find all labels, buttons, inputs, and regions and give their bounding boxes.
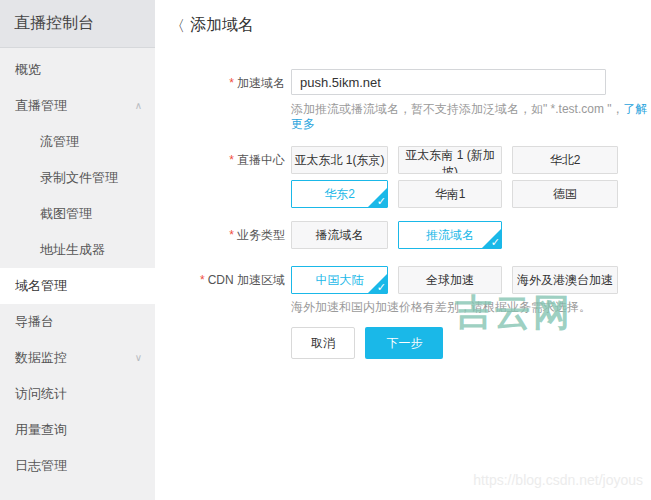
option-label: 亚太东南 1 (新加坡)	[405, 148, 494, 174]
sidebar-item-label: 概览	[15, 62, 41, 77]
field-label-text: 业务类型	[237, 228, 285, 242]
option-label: 亚太东北 1(东京)	[295, 153, 385, 167]
sidebar-item[interactable]: 录制文件管理	[0, 160, 155, 196]
option-label: 华东2	[324, 187, 355, 201]
cdn-region-options: 中国大陆✓全球加速海外及港澳台加速	[291, 266, 621, 294]
chevron-up-icon: ∧	[135, 88, 142, 124]
option-label: 全球加速	[426, 273, 474, 287]
option-button[interactable]: 德国	[512, 180, 618, 208]
option-button-selected[interactable]: 中国大陆✓	[291, 266, 388, 294]
add-domain-form: *加速域名 添加推流或播流域名，暂不支持添加泛域名，如" *.test.com …	[170, 69, 651, 359]
sidebar-item-label: 导播台	[15, 314, 54, 329]
form-row-live-center: *直播中心 亚太东北 1(东京)亚太东南 1 (新加坡)华北2华东2✓华南1德国	[170, 146, 651, 208]
option-button[interactable]: 亚太东北 1(东京)	[291, 146, 388, 174]
option-button-selected[interactable]: 推流域名✓	[398, 221, 502, 249]
live-center-options: 亚太东北 1(东京)亚太东南 1 (新加坡)华北2华东2✓华南1德国	[291, 146, 621, 208]
sidebar-item[interactable]: 用量查询	[0, 412, 155, 448]
field-label-text: 加速域名	[237, 76, 285, 90]
option-label: 中国大陆	[316, 273, 364, 287]
form-row-actions: 取消 下一步	[170, 327, 651, 359]
domain-help: 添加推流或播流域名，暂不支持添加泛域名，如" *.test.com "，了解更多	[291, 102, 651, 132]
option-label: 推流域名	[426, 228, 474, 242]
field-label-text: 直播中心	[237, 153, 285, 167]
form-row-domain: *加速域名 添加推流或播流域名，暂不支持添加泛域名，如" *.test.com …	[170, 69, 651, 132]
form-row-business-type: *业务类型 播流域名推流域名✓	[170, 221, 651, 249]
field-control-business-type: 播流域名推流域名✓	[291, 221, 651, 249]
sidebar-item[interactable]: 截图管理	[0, 196, 155, 232]
sidebar-item[interactable]: 直播管理∧	[0, 88, 155, 124]
chevron-down-icon: ∨	[135, 340, 142, 376]
option-button[interactable]: 亚太东南 1 (新加坡)	[398, 146, 502, 174]
sidebar-item[interactable]: 访问统计	[0, 376, 155, 412]
domain-help-text: 添加推流或播流域名，暂不支持添加泛域名，如" *.test.com "，	[291, 102, 624, 116]
required-asterisk: *	[200, 273, 205, 287]
option-label: 华南1	[435, 187, 466, 201]
sidebar-item[interactable]: 日志管理	[0, 448, 155, 484]
option-button[interactable]: 华北2	[512, 146, 618, 174]
sidebar-item[interactable]: 流管理	[0, 124, 155, 160]
sidebar-item-label: 地址生成器	[40, 242, 105, 257]
sidebar-item-label: 数据监控	[15, 350, 67, 365]
domain-input[interactable]	[291, 69, 606, 95]
required-asterisk: *	[229, 153, 234, 167]
page-header: 〈 添加域名	[170, 14, 651, 36]
option-button[interactable]: 播流域名	[291, 221, 388, 249]
field-control-live-center: 亚太东北 1(东京)亚太东南 1 (新加坡)华北2华东2✓华南1德国	[291, 146, 651, 208]
check-icon: ✓	[491, 237, 500, 248]
option-button-selected[interactable]: 华东2✓	[291, 180, 388, 208]
sidebar-item-label: 流管理	[40, 134, 79, 149]
cancel-button[interactable]: 取消	[291, 327, 355, 359]
required-asterisk: *	[229, 76, 234, 90]
field-control-domain: 添加推流或播流域名，暂不支持添加泛域名，如" *.test.com "，了解更多	[291, 69, 651, 132]
option-label: 海外及港澳台加速	[517, 273, 613, 287]
sidebar-item-label: 域名管理	[15, 278, 67, 293]
sidebar-item[interactable]: 地址生成器	[0, 232, 155, 268]
field-label-domain: *加速域名	[170, 69, 291, 97]
field-control-cdn-region: 中国大陆✓全球加速海外及港澳台加速 海外加速和国内加速价格有差别，请根据业务需求…	[291, 266, 651, 315]
main-content: 〈 添加域名 *加速域名 添加推流或播流域名，暂不支持添加泛域名，如" *.te…	[155, 0, 651, 500]
check-icon: ✓	[377, 282, 386, 293]
sidebar-menu: 概览直播管理∧流管理录制文件管理截图管理地址生成器域名管理导播台数据监控∨访问统…	[0, 48, 155, 484]
sidebar-item-label: 录制文件管理	[40, 170, 118, 185]
console-title: 直播控制台	[0, 0, 155, 48]
sidebar-item[interactable]: 数据监控∨	[0, 340, 155, 376]
sidebar-item-label: 直播管理	[15, 98, 67, 113]
next-step-button[interactable]: 下一步	[365, 327, 443, 359]
cdn-region-help: 海外加速和国内加速价格有差别，请根据业务需求选择。	[291, 300, 651, 315]
option-label: 播流域名	[316, 228, 364, 242]
field-label-cdn-region: *CDN 加速区域	[170, 266, 291, 294]
app-window: 直播控制台 概览直播管理∧流管理录制文件管理截图管理地址生成器域名管理导播台数据…	[0, 0, 651, 500]
sidebar-item[interactable]: 导播台	[0, 304, 155, 340]
field-label-text: CDN 加速区域	[208, 273, 285, 287]
business-type-options: 播流域名推流域名✓	[291, 221, 621, 249]
sidebar: 直播控制台 概览直播管理∧流管理录制文件管理截图管理地址生成器域名管理导播台数据…	[0, 0, 155, 500]
sidebar-item-label: 访问统计	[15, 386, 67, 401]
actions-control: 取消 下一步	[291, 327, 651, 359]
required-asterisk: *	[229, 228, 234, 242]
page-title: 添加域名	[190, 15, 254, 36]
sidebar-item[interactable]: 概览	[0, 52, 155, 88]
sidebar-item-label: 日志管理	[15, 458, 67, 473]
back-icon[interactable]: 〈	[170, 18, 185, 33]
sidebar-item-label: 用量查询	[15, 422, 67, 437]
check-icon: ✓	[377, 196, 386, 207]
field-label-live-center: *直播中心	[170, 146, 291, 174]
sidebar-item-label: 截图管理	[40, 206, 92, 221]
option-label: 德国	[553, 187, 577, 201]
form-row-cdn-region: *CDN 加速区域 中国大陆✓全球加速海外及港澳台加速 海外加速和国内加速价格有…	[170, 266, 651, 315]
option-button[interactable]: 海外及港澳台加速	[512, 266, 618, 294]
sidebar-item-active[interactable]: 域名管理	[0, 268, 155, 304]
field-label-business-type: *业务类型	[170, 221, 291, 249]
option-label: 华北2	[550, 153, 581, 167]
option-button[interactable]: 全球加速	[398, 266, 502, 294]
option-button[interactable]: 华南1	[398, 180, 502, 208]
